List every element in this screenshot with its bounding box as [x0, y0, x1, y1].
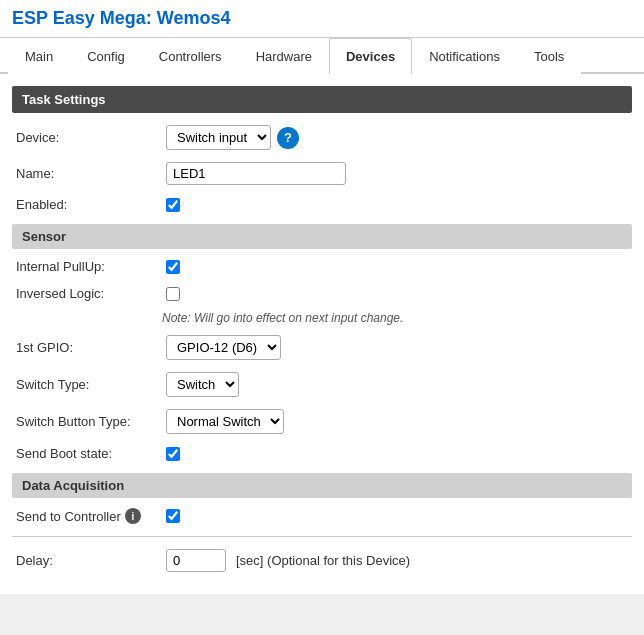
data-acquisition-header: Data Acquisition [12, 473, 632, 498]
page-title: ESP Easy Mega: Wemos4 [12, 8, 632, 29]
delay-row: Delay: [sec] (Optional for this Device) [12, 547, 632, 574]
note-text: Note: Will go into effect on next input … [162, 311, 632, 325]
tab-main[interactable]: Main [8, 38, 70, 74]
enabled-checkbox[interactable] [166, 198, 180, 212]
title-bar: ESP Easy Mega: Wemos4 [0, 0, 644, 38]
main-content: Task Settings Device: Switch input ? Nam… [0, 74, 644, 594]
switch-type-select[interactable]: Switch [166, 372, 239, 397]
info-icon[interactable]: i [125, 508, 141, 524]
inversed-logic-checkbox[interactable] [166, 287, 180, 301]
tab-hardware[interactable]: Hardware [239, 38, 329, 74]
device-label: Device: [16, 130, 166, 145]
internal-pullup-label: Internal PullUp: [16, 259, 166, 274]
delay-input[interactable] [166, 549, 226, 572]
inversed-logic-label: Inversed Logic: [16, 286, 166, 301]
delay-control: [sec] (Optional for this Device) [166, 549, 410, 572]
gpio-select[interactable]: GPIO-12 (D6) [166, 335, 281, 360]
internal-pullup-row: Internal PullUp: [12, 257, 632, 276]
send-boot-label: Send Boot state: [16, 446, 166, 461]
name-control [166, 162, 346, 185]
send-controller-label: Send to Controller i [16, 508, 166, 524]
name-input[interactable] [166, 162, 346, 185]
send-boot-row: Send Boot state: [12, 444, 632, 463]
switch-type-label: Switch Type: [16, 377, 166, 392]
device-control: Switch input ? [166, 125, 299, 150]
name-label: Name: [16, 166, 166, 181]
switch-button-type-select[interactable]: Normal Switch [166, 409, 284, 434]
delay-label: Delay: [16, 553, 166, 568]
switch-button-type-control: Normal Switch [166, 409, 284, 434]
switch-type-row: Switch Type: Switch [12, 370, 632, 399]
task-settings-header: Task Settings [12, 86, 632, 113]
name-row: Name: [12, 160, 632, 187]
send-controller-row: Send to Controller i [12, 506, 632, 526]
delay-unit: [sec] (Optional for this Device) [236, 553, 410, 568]
gpio-label: 1st GPIO: [16, 340, 166, 355]
tab-bar: Main Config Controllers Hardware Devices… [0, 38, 644, 74]
gpio-row: 1st GPIO: GPIO-12 (D6) [12, 333, 632, 362]
send-controller-control [166, 509, 180, 523]
tab-tools[interactable]: Tools [517, 38, 581, 74]
device-row: Device: Switch input ? [12, 123, 632, 152]
tab-devices[interactable]: Devices [329, 38, 412, 74]
switch-type-control: Switch [166, 372, 239, 397]
internal-pullup-checkbox[interactable] [166, 260, 180, 274]
enabled-control [166, 198, 180, 212]
send-boot-checkbox[interactable] [166, 447, 180, 461]
send-controller-checkbox[interactable] [166, 509, 180, 523]
tab-notifications[interactable]: Notifications [412, 38, 517, 74]
enabled-row: Enabled: [12, 195, 632, 214]
switch-button-type-row: Switch Button Type: Normal Switch [12, 407, 632, 436]
gpio-control: GPIO-12 (D6) [166, 335, 281, 360]
internal-pullup-control [166, 260, 180, 274]
tab-config[interactable]: Config [70, 38, 142, 74]
enabled-label: Enabled: [16, 197, 166, 212]
sensor-header: Sensor [12, 224, 632, 249]
help-button[interactable]: ? [277, 127, 299, 149]
tab-controllers[interactable]: Controllers [142, 38, 239, 74]
inversed-logic-control [166, 287, 180, 301]
divider [12, 536, 632, 537]
send-boot-control [166, 447, 180, 461]
switch-button-type-label: Switch Button Type: [16, 414, 166, 429]
inversed-logic-row: Inversed Logic: [12, 284, 632, 303]
device-select[interactable]: Switch input [166, 125, 271, 150]
